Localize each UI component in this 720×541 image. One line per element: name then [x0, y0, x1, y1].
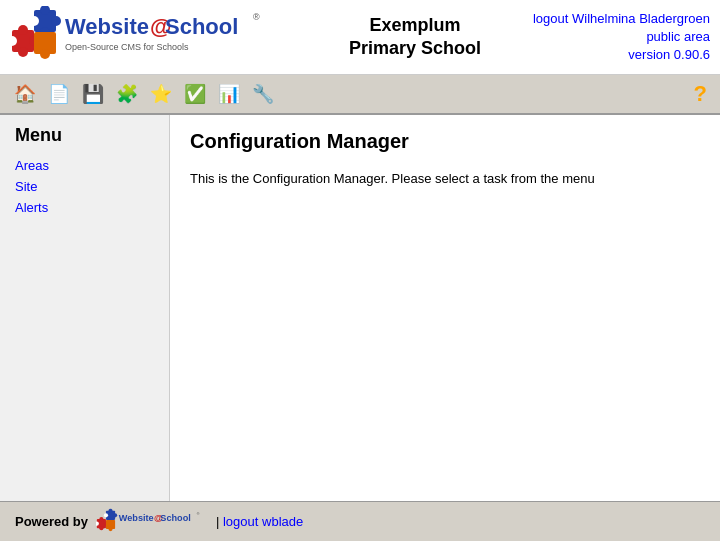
sidebar-item-site[interactable]: Site	[15, 179, 154, 194]
svg-text:Website: Website	[119, 512, 154, 522]
toolbar-help-btn[interactable]: ?	[694, 81, 712, 107]
svg-point-25	[113, 513, 117, 517]
toolbar-check-btn[interactable]: ✅	[180, 79, 210, 109]
sidebar-item-alerts[interactable]: Alerts	[15, 200, 154, 215]
svg-text:Website: Website	[65, 14, 149, 39]
svg-point-24	[104, 513, 108, 517]
footer-logout-area: | logout wblade	[216, 514, 303, 529]
sidebar-item-areas[interactable]: Areas	[15, 158, 154, 173]
svg-point-18	[99, 517, 103, 521]
svg-text:School: School	[165, 14, 238, 39]
footer-powered-by: Powered by	[15, 514, 88, 529]
site-title: Exemplum Primary School	[300, 14, 530, 61]
svg-point-23	[108, 508, 112, 512]
footer-logout-link[interactable]: logout wblade	[223, 514, 303, 529]
toolbar: 🏠 📄 💾 🧩 ⭐ ✅ 📊 🔧 ?	[0, 75, 720, 115]
toolbar-page-btn[interactable]: 📄	[44, 79, 74, 109]
svg-point-8	[51, 16, 61, 26]
toolbar-star-btn[interactable]: ⭐	[146, 79, 176, 109]
toolbar-home-btn[interactable]: 🏠	[10, 79, 40, 109]
toolbar-tools-btn[interactable]: 🔧	[248, 79, 278, 109]
main-layout: Menu Areas Site Alerts Configuration Man…	[0, 115, 720, 501]
content-description: This is the Configuration Manager. Pleas…	[190, 171, 700, 186]
toolbar-puzzle-btn[interactable]: 🧩	[112, 79, 142, 109]
area-text: public area	[646, 29, 710, 44]
footer: Powered by Website @ School ® |	[0, 501, 720, 541]
header: Website @ School ® Open-Source CMS for S…	[0, 0, 720, 75]
svg-text:®: ®	[253, 12, 260, 22]
main-logo: Website @ School ® Open-Source CMS for S…	[10, 6, 275, 68]
user-area: logout Wilhelmina Bladergroen public are…	[530, 10, 710, 65]
toolbar-chart-btn[interactable]: 📊	[214, 79, 244, 109]
version-text: version 0.90.6	[628, 47, 710, 62]
svg-point-7	[29, 16, 39, 26]
svg-text:Open-Source CMS for Schools: Open-Source CMS for Schools	[65, 42, 189, 52]
content-title: Configuration Manager	[190, 130, 700, 153]
footer-logo: Website @ School ®	[96, 508, 206, 536]
svg-point-1	[18, 25, 28, 35]
sidebar: Menu Areas Site Alerts	[0, 115, 170, 501]
svg-point-4	[18, 47, 28, 57]
svg-point-21	[99, 526, 103, 530]
logo-area: Website @ School ® Open-Source CMS for S…	[10, 6, 300, 68]
svg-text:School: School	[160, 512, 190, 522]
svg-text:®: ®	[197, 511, 200, 515]
sidebar-title: Menu	[15, 125, 154, 146]
svg-point-28	[108, 526, 112, 530]
footer-logo-img: Website @ School ®	[96, 508, 206, 536]
content-area: Configuration Manager This is the Config…	[170, 115, 720, 501]
footer-separator: |	[216, 514, 219, 529]
toolbar-save-btn[interactable]: 💾	[78, 79, 108, 109]
logout-link[interactable]: logout Wilhelmina Bladergroen	[533, 11, 710, 26]
svg-point-11	[40, 49, 50, 59]
